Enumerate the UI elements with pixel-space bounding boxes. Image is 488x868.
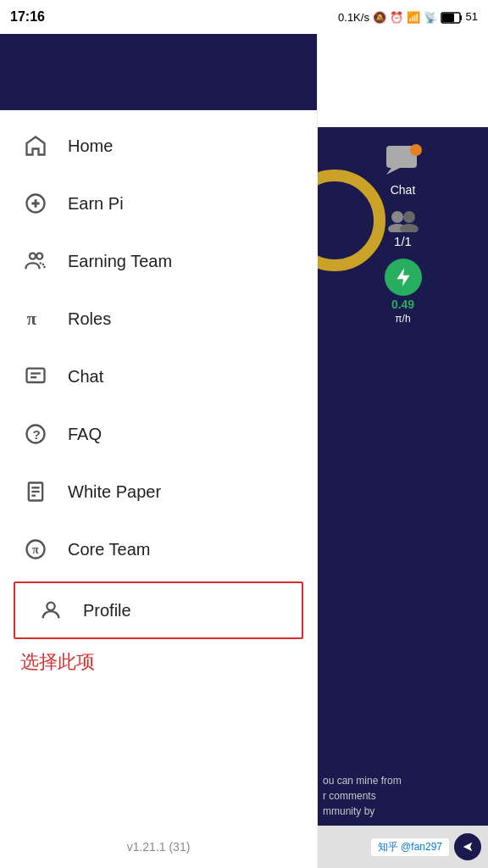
earning-team-icon [20, 246, 51, 276]
signal-icon: 📶 [407, 11, 420, 24]
drawer-header [0, 34, 317, 110]
sidebar-item-home[interactable]: Home [0, 117, 317, 175]
send-button[interactable] [454, 833, 481, 860]
svg-point-5 [36, 253, 42, 259]
sidebar-item-home-label: Home [68, 136, 113, 156]
earn-rate-unit: π/h [395, 313, 410, 325]
svg-rect-1 [460, 15, 462, 20]
svg-marker-26 [463, 843, 473, 852]
svg-marker-20 [386, 168, 400, 175]
chat-notification-dot [410, 144, 422, 156]
navigation-drawer: Home Earn Pi Earning Team [0, 34, 318, 868]
gold-ring-decoration [318, 170, 385, 271]
faq-icon: ? [20, 419, 51, 449]
chat-icon [20, 361, 51, 392]
svg-point-21 [391, 211, 403, 223]
zhihu-handle: @fan297 [401, 841, 442, 853]
svg-text:?: ? [33, 427, 41, 442]
svg-rect-2 [442, 14, 454, 22]
sidebar-item-roles-label: Roles [68, 309, 111, 329]
sidebar-item-earn-pi-label: Earn Pi [68, 194, 124, 214]
sidebar-item-earning-team[interactable]: Earning Team [0, 232, 317, 290]
profile-icon [36, 595, 66, 626]
silent-icon: 🔕 [373, 11, 386, 24]
wifi-icon: 📡 [424, 11, 437, 24]
earning-side-button[interactable]: 0.49 π/h [385, 259, 422, 325]
earn-pi-icon [20, 188, 51, 219]
drawer-footer: v1.21.1 (31) [0, 826, 317, 868]
sidebar-item-core-team-label: Core Team [68, 540, 150, 559]
chat-label: Chat [391, 183, 416, 197]
version-text: v1.21.1 (31) [127, 840, 191, 854]
svg-text:π: π [27, 309, 37, 329]
sidebar-item-faq[interactable]: ? FAQ [0, 405, 317, 463]
svg-point-22 [403, 211, 415, 223]
select-hint: 选择此项 [0, 643, 317, 688]
status-time: 17:16 [10, 9, 45, 25]
sidebar-item-faq-label: FAQ [68, 425, 102, 444]
right-bottom-section: ou can mine fromr commentsmmunity by [318, 766, 488, 826]
sidebar-item-profile-label: Profile [83, 601, 131, 620]
team-count-label: 1/1 [394, 234, 412, 248]
sidebar-item-chat-label: Chat [68, 367, 103, 387]
right-panel: Chat 1/1 0.49 π/h ou can mine fromr comm… [318, 34, 488, 868]
network-speed: 0.1K/s [338, 11, 369, 24]
svg-rect-7 [27, 369, 45, 382]
chat-bubble-icon [385, 144, 422, 181]
sidebar-item-profile[interactable]: Profile [14, 581, 303, 639]
status-icons: 0.1K/s 🔕 ⏰ 📶 📡 51 [338, 10, 478, 24]
coreteam-icon: π [20, 534, 51, 565]
right-middle-section: Chat 1/1 0.49 π/h [318, 127, 488, 766]
bottom-text: ou can mine fromr commentsmmunity by [323, 773, 483, 819]
earn-rate-value: 0.49 [391, 298, 414, 311]
chat-side-button[interactable]: Chat [385, 144, 422, 197]
sidebar-item-roles[interactable]: π Roles [0, 290, 317, 348]
right-top-section [318, 34, 488, 127]
sidebar-item-core-team[interactable]: π Core Team [0, 520, 317, 578]
alarm-icon: ⏰ [390, 11, 403, 24]
svg-text:π: π [32, 543, 39, 556]
battery-level: 51 [466, 10, 478, 23]
menu-list: Home Earn Pi Earning Team [0, 110, 317, 826]
status-bar: 17:16 0.1K/s 🔕 ⏰ 📶 📡 51 [0, 0, 488, 34]
battery-icon: 51 [441, 10, 478, 24]
earn-lightning-icon [385, 259, 422, 296]
zhihu-badge: 知乎 @fan297 [371, 838, 449, 856]
svg-marker-25 [396, 268, 409, 287]
sidebar-item-chat[interactable]: Chat [0, 348, 317, 405]
right-footer: 知乎 @fan297 [318, 826, 488, 868]
sidebar-item-white-paper-label: White Paper [68, 482, 161, 502]
sidebar-item-white-paper[interactable]: White Paper [0, 463, 317, 520]
team-side-button[interactable]: 1/1 [385, 207, 422, 248]
zhihu-label: 知乎 [378, 841, 398, 853]
sidebar-item-earning-team-label: Earning Team [68, 252, 172, 271]
home-icon [20, 131, 51, 161]
whitepaper-icon [20, 476, 51, 507]
roles-icon: π [20, 303, 51, 334]
svg-point-4 [30, 253, 36, 259]
svg-point-18 [47, 603, 54, 610]
sidebar-item-earn-pi[interactable]: Earn Pi [0, 175, 317, 232]
